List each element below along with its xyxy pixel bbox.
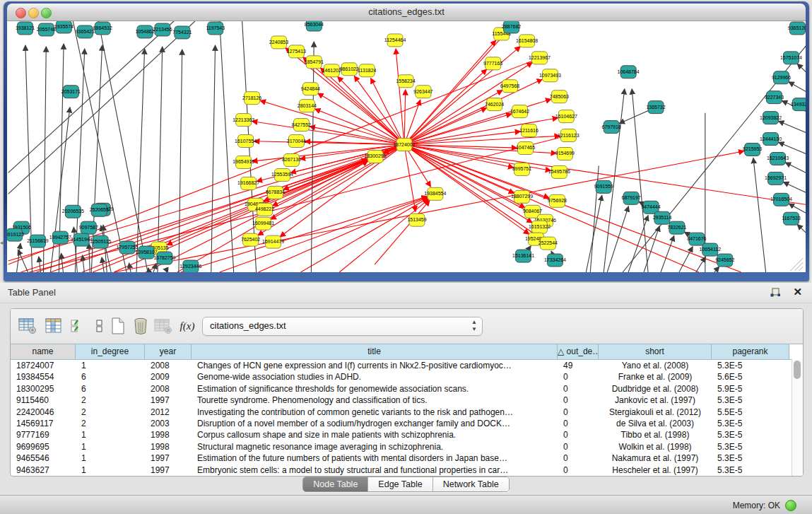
network-node[interactable]: 15692971 (765, 172, 787, 185)
table-row[interactable]: 1830029562008Estimation of significance … (11, 383, 803, 395)
network-node[interactable]: 19166827 (237, 177, 259, 189)
scrollbar-thumb[interactable] (794, 361, 801, 379)
network-node[interactable]: 2520655 (90, 204, 109, 216)
network-node[interactable]: 8267130 (282, 153, 301, 166)
create-column-icon[interactable] (108, 316, 128, 336)
float-window-icon[interactable] (770, 287, 781, 298)
network-node[interactable]: 1167533 (782, 212, 801, 225)
delete-column-icon[interactable] (131, 316, 151, 336)
network-node[interactable]: 2522544 (539, 237, 558, 250)
network-node[interactable]: 3170044 (287, 135, 306, 148)
network-node[interactable]: 8471676 (687, 233, 706, 245)
network-node[interactable]: 7485063 (550, 90, 569, 103)
network-node[interactable]: 9263447 (413, 86, 433, 98)
network-node[interactable]: 9777163 (483, 57, 502, 70)
network-node[interactable]: 19384554 (424, 187, 446, 200)
network-canvas[interactable]: 1872400718300295271812612213363161075541… (7, 21, 806, 272)
network-node[interactable]: 2240853 (269, 36, 288, 49)
column-header-short[interactable]: short (599, 344, 712, 359)
network-node[interactable]: 3919123 (7, 228, 24, 241)
delete-table-icon[interactable] (153, 316, 173, 336)
network-node[interactable]: 8427552 (292, 119, 311, 132)
network-node[interactable]: 12213363 (233, 114, 254, 127)
network-node[interactable]: 1349326 (791, 98, 806, 111)
network-node[interactable]: 7462024 (485, 98, 504, 111)
network-node[interactable]: 8995751 (512, 163, 531, 175)
vertical-scrollbar[interactable] (792, 359, 803, 476)
network-node[interactable]: 1275413 (287, 45, 306, 58)
network-node[interactable]: 2718126 (242, 92, 261, 105)
network-node[interactable]: 5678834 (266, 186, 285, 199)
column-header-out_de[interactable]: △ out_de… (558, 344, 599, 359)
network-node[interactable]: 12505115 (90, 235, 112, 248)
network-node[interactable]: 1558234 (396, 75, 415, 88)
network-node[interactable]: 1211616 (519, 124, 539, 137)
network-window-titlebar[interactable]: citations_edges.txt (7, 4, 806, 21)
table-row[interactable]: 946362711997Embryonic stem cells: a mode… (11, 465, 803, 476)
table-row[interactable]: 1456911722003Disruption of a novel membe… (11, 418, 803, 429)
network-node[interactable]: 9756928 (548, 194, 567, 207)
network-node[interactable]: 9097587 (79, 221, 98, 234)
network-node[interactable]: 16782759 (153, 252, 175, 264)
network-node[interactable]: 2053171 (61, 86, 81, 98)
network-node[interactable]: 15136141 (512, 250, 534, 262)
network-node[interactable]: 1674642 (510, 105, 529, 118)
network-node[interactable]: 11254464 (384, 34, 406, 47)
network-node[interactable]: 2055748 (37, 23, 56, 36)
network-node[interactable]: 7754321 (172, 26, 192, 39)
network-node[interactable]: 1197543 (206, 22, 225, 35)
tab-network-table[interactable]: Network Table (433, 477, 509, 491)
network-node[interactable]: 2803144 (298, 100, 317, 112)
network-node[interactable]: 1461202 (322, 64, 341, 77)
show-columns-icon[interactable] (44, 316, 64, 336)
network-node[interactable]: 6797918 (602, 121, 621, 134)
table-row[interactable]: 1938455462009Genome-wide association stu… (11, 371, 803, 382)
network-node[interactable]: 7832621 (667, 221, 686, 234)
network-node[interactable]: 12444130 (760, 133, 782, 146)
network-node[interactable]: 18807299 (511, 190, 533, 203)
table-row[interactable]: 2242004622012Investigating the contribut… (11, 407, 803, 418)
resize-grip-icon[interactable] (799, 267, 803, 271)
network-node[interactable]: 19654915 (233, 156, 254, 168)
table-mode-icon[interactable] (18, 316, 37, 336)
network-node[interactable]: 10973493 (539, 69, 561, 82)
network-node[interactable]: 20206535 (62, 205, 84, 218)
network-node[interactable]: 9091559 (594, 180, 613, 193)
network-node[interactable]: 18300295 (365, 150, 387, 163)
panel-collapse-arrow-icon[interactable]: ◂ (0, 239, 4, 246)
row-height-icon[interactable] (90, 316, 110, 336)
network-node[interactable]: 9365421 (76, 25, 95, 38)
network-node[interactable]: 12116123 (558, 129, 579, 142)
function-builder-icon[interactable]: f(x) (177, 316, 197, 336)
network-node[interactable]: 1365732 (646, 101, 665, 114)
network-node[interactable]: 16099481 (252, 217, 274, 230)
network-node[interactable]: 8215953 (743, 144, 762, 156)
network-node[interactable]: 1047465 (516, 142, 535, 155)
network-node[interactable]: 4498222 (255, 203, 274, 216)
table-row[interactable]: 911546021997Tourette syndrome. Phenomeno… (11, 395, 803, 406)
network-node[interactable]: 9861022 (340, 63, 359, 76)
network-node[interactable]: 16154808 (516, 35, 538, 47)
table-row[interactable]: 1872400712008Changes of HCN gene express… (11, 360, 803, 371)
network-node[interactable]: 16210643 (767, 152, 789, 165)
table-row[interactable]: 969969511998Structural magnetic resonanc… (11, 441, 803, 452)
network-node[interactable]: 12553594 (271, 168, 293, 181)
network-node[interactable]: 6497568 (500, 80, 519, 93)
network-node[interactable]: 1131824 (358, 64, 377, 77)
column-header-name[interactable]: name (11, 344, 76, 359)
column-header-pagerank[interactable]: pagerank (712, 344, 789, 359)
network-node[interactable]: 16104627 (555, 110, 577, 123)
network-node[interactable]: 2213456 (153, 23, 172, 36)
network-node[interactable]: 10654112 (700, 243, 722, 256)
network-node[interactable]: 9365120 (788, 22, 806, 35)
network-node[interactable]: 2935114 (653, 211, 672, 224)
network-node[interactable]: 6879197 (622, 192, 641, 204)
network-node[interactable]: 12213967 (529, 52, 551, 64)
table-row[interactable]: 977716911998Corpus callosum shape and si… (11, 429, 803, 440)
column-header-title[interactable]: title (192, 344, 558, 359)
network-node[interactable]: 9424844 (301, 83, 320, 95)
network-node[interactable]: 15751074 (780, 52, 802, 64)
network-node[interactable]: 17334264 (544, 254, 566, 267)
select-columns-icon[interactable] (69, 316, 88, 336)
close-panel-icon[interactable]: ✕ (793, 286, 802, 298)
